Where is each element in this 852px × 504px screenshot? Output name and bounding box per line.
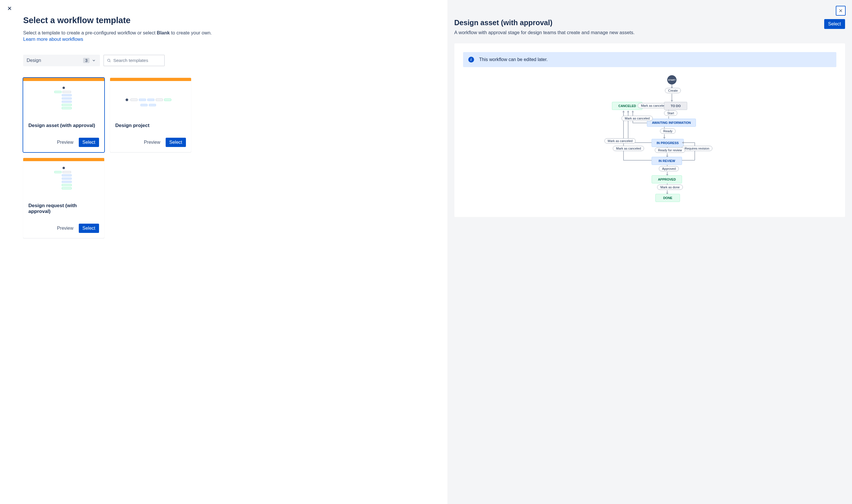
template-card-title: Design project <box>115 123 186 128</box>
close-icon <box>7 6 12 11</box>
svg-rect-11 <box>62 107 72 109</box>
workflow-status-awaiting: AWAITING INFORMATION <box>647 119 696 127</box>
svg-rect-13 <box>131 98 138 101</box>
workflow-status-in-progress: IN PROGRESS <box>651 139 683 147</box>
select-button[interactable]: Select <box>166 138 186 147</box>
workflow-status-todo: TO DO <box>664 102 687 110</box>
preview-select-button[interactable]: Select <box>824 19 845 29</box>
search-input[interactable] <box>113 58 161 63</box>
template-card-title: Design asset (with approval) <box>29 123 99 128</box>
close-button[interactable] <box>6 5 13 12</box>
template-thumbnail <box>23 161 104 199</box>
svg-rect-26 <box>62 184 72 186</box>
info-banner: i This workflow can be edited later. <box>463 52 836 67</box>
page-description: Select a template to create a pre-config… <box>23 29 424 36</box>
svg-rect-14 <box>139 98 146 101</box>
learn-more-link[interactable]: Learn more about workflows <box>23 36 83 42</box>
category-filter-label: Design <box>27 58 41 63</box>
svg-rect-24 <box>62 178 72 179</box>
workflow-transition: Approved <box>659 166 679 171</box>
info-icon: i <box>468 57 474 62</box>
close-preview-button[interactable] <box>836 6 846 16</box>
page-title: Select a workflow template <box>23 16 424 25</box>
workflow-start-node: START <box>667 75 677 85</box>
svg-rect-5 <box>54 91 62 93</box>
workflow-diagram: START Create CANCELED Mark as canceled T… <box>463 75 836 208</box>
template-card-title: Design request (with approval) <box>29 203 99 214</box>
preview-title: Design asset (with approval) <box>454 19 818 27</box>
card-accent-bar <box>110 78 191 81</box>
category-count-badge: 3 <box>83 58 89 63</box>
svg-rect-27 <box>62 187 72 189</box>
preview-button[interactable]: Preview <box>141 138 163 147</box>
chevron-down-icon <box>92 58 96 62</box>
svg-rect-15 <box>147 98 154 101</box>
template-thumbnail <box>110 81 191 119</box>
workflow-transition: Requires revision <box>681 146 712 151</box>
workflow-status-done: DONE <box>655 194 680 202</box>
svg-point-20 <box>63 167 65 169</box>
svg-rect-22 <box>63 171 71 173</box>
card-accent-bar <box>23 78 104 81</box>
svg-point-12 <box>126 98 128 101</box>
workflow-status-in-review: IN REVIEW <box>651 157 682 165</box>
preview-button[interactable]: Preview <box>54 138 76 147</box>
workflow-transition: Mark as canceled <box>613 146 644 151</box>
preview-button[interactable]: Preview <box>54 224 76 233</box>
search-field-wrapper[interactable] <box>103 55 165 66</box>
workflow-transition: Ready for review <box>655 147 685 153</box>
svg-rect-19 <box>149 104 156 106</box>
workflow-transition: Mark as canceled <box>604 138 636 144</box>
workflow-transition: Start <box>664 110 677 116</box>
svg-point-2 <box>107 59 110 61</box>
category-filter-dropdown[interactable]: Design 3 <box>23 55 100 66</box>
svg-rect-16 <box>156 98 163 101</box>
template-card[interactable]: Design project Preview Select <box>110 78 191 152</box>
svg-rect-17 <box>164 98 171 101</box>
close-icon <box>838 8 843 13</box>
select-button[interactable]: Select <box>79 138 99 147</box>
svg-rect-21 <box>54 171 62 173</box>
info-message: This workflow can be edited later. <box>479 57 548 62</box>
workflow-transition: Mark as canceled <box>622 116 653 121</box>
svg-rect-10 <box>62 104 72 106</box>
preview-description: A workflow with approval stage for desig… <box>454 30 818 35</box>
svg-line-3 <box>110 61 111 62</box>
template-selection-panel: Select a workflow template Select a temp… <box>0 0 448 504</box>
select-button[interactable]: Select <box>79 224 99 233</box>
svg-point-4 <box>63 87 65 89</box>
workflow-transition: Create <box>665 88 681 93</box>
preview-panel: Design asset (with approval) A workflow … <box>448 0 852 504</box>
svg-rect-6 <box>63 91 71 93</box>
template-card[interactable]: Design request (with approval) Preview S… <box>23 158 104 238</box>
template-thumbnail <box>23 81 104 119</box>
svg-rect-9 <box>62 101 72 103</box>
svg-rect-23 <box>62 175 72 176</box>
workflow-preview-card: i This workflow can be edited later. STA… <box>454 43 845 217</box>
svg-rect-7 <box>62 94 72 96</box>
workflow-status-approved: APPROVED <box>651 175 682 183</box>
workflow-transition: Mark as done <box>657 185 683 190</box>
svg-rect-8 <box>62 97 72 99</box>
svg-rect-25 <box>62 181 72 183</box>
search-icon <box>107 58 111 63</box>
svg-rect-18 <box>140 104 147 106</box>
card-accent-bar <box>23 158 104 161</box>
template-card[interactable]: Design asset (with approval) Preview Sel… <box>23 78 104 152</box>
workflow-transition: Ready <box>660 128 676 134</box>
